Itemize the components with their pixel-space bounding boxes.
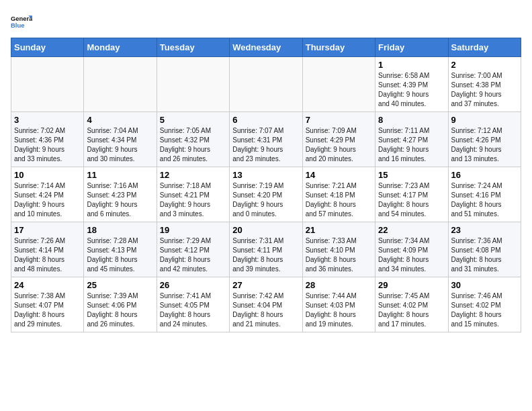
day-number: 9 [451, 115, 518, 125]
day-number: 30 [451, 280, 518, 290]
calendar-cell: 1Sunrise: 6:58 AM Sunset: 4:39 PM Daylig… [375, 57, 448, 112]
day-info: Sunrise: 7:41 AM Sunset: 4:05 PM Dayligh… [160, 291, 226, 329]
calendar-cell: 16Sunrise: 7:24 AM Sunset: 4:16 PM Dayli… [448, 167, 521, 222]
calendar-cell: 7Sunrise: 7:09 AM Sunset: 4:29 PM Daylig… [302, 112, 375, 167]
day-number: 28 [306, 280, 372, 290]
day-info: Sunrise: 7:34 AM Sunset: 4:09 PM Dayligh… [378, 236, 445, 274]
day-number: 17 [14, 225, 81, 235]
day-info: Sunrise: 7:26 AM Sunset: 4:14 PM Dayligh… [14, 236, 81, 274]
day-header-wednesday: Wednesday [230, 38, 302, 57]
day-header-saturday: Saturday [448, 38, 521, 57]
day-number: 6 [232, 115, 299, 125]
day-info: Sunrise: 7:31 AM Sunset: 4:11 PM Dayligh… [232, 236, 299, 274]
day-number: 27 [232, 280, 299, 290]
day-header-thursday: Thursday [302, 38, 375, 57]
day-info: Sunrise: 7:39 AM Sunset: 4:06 PM Dayligh… [87, 291, 153, 329]
day-info: Sunrise: 7:11 AM Sunset: 4:27 PM Dayligh… [378, 126, 445, 164]
calendar-cell: 6Sunrise: 7:07 AM Sunset: 4:31 PM Daylig… [230, 112, 302, 167]
day-number: 1 [378, 60, 445, 70]
day-info: Sunrise: 7:04 AM Sunset: 4:34 PM Dayligh… [87, 126, 153, 164]
day-info: Sunrise: 7:36 AM Sunset: 4:08 PM Dayligh… [451, 236, 518, 274]
day-info: Sunrise: 7:16 AM Sunset: 4:23 PM Dayligh… [87, 181, 153, 219]
day-info: Sunrise: 7:19 AM Sunset: 4:20 PM Dayligh… [232, 181, 299, 219]
logo-icon: General Blue [11, 11, 32, 32]
day-number: 13 [232, 170, 299, 180]
day-number: 20 [232, 225, 299, 235]
calendar-cell: 26Sunrise: 7:41 AM Sunset: 4:05 PM Dayli… [157, 277, 229, 332]
calendar-cell: 24Sunrise: 7:38 AM Sunset: 4:07 PM Dayli… [11, 277, 84, 332]
day-info: Sunrise: 7:07 AM Sunset: 4:31 PM Dayligh… [232, 126, 299, 164]
calendar-cell: 20Sunrise: 7:31 AM Sunset: 4:11 PM Dayli… [230, 222, 302, 277]
calendar-cell: 18Sunrise: 7:28 AM Sunset: 4:13 PM Dayli… [84, 222, 157, 277]
day-number: 29 [378, 280, 445, 290]
calendar-cell: 5Sunrise: 7:05 AM Sunset: 4:32 PM Daylig… [157, 112, 229, 167]
day-number: 24 [14, 280, 81, 290]
day-number: 12 [160, 170, 226, 180]
calendar-cell: 14Sunrise: 7:21 AM Sunset: 4:18 PM Dayli… [302, 167, 375, 222]
day-info: Sunrise: 7:33 AM Sunset: 4:10 PM Dayligh… [306, 236, 372, 274]
day-info: Sunrise: 7:38 AM Sunset: 4:07 PM Dayligh… [14, 291, 81, 329]
day-number: 8 [378, 115, 445, 125]
calendar-cell: 22Sunrise: 7:34 AM Sunset: 4:09 PM Dayli… [375, 222, 448, 277]
calendar-cell: 11Sunrise: 7:16 AM Sunset: 4:23 PM Dayli… [84, 167, 157, 222]
day-info: Sunrise: 7:12 AM Sunset: 4:26 PM Dayligh… [451, 126, 518, 164]
day-info: Sunrise: 7:18 AM Sunset: 4:21 PM Dayligh… [160, 181, 226, 219]
calendar-cell: 30Sunrise: 7:46 AM Sunset: 4:02 PM Dayli… [448, 277, 521, 332]
day-header-tuesday: Tuesday [157, 38, 229, 57]
calendar-cell [302, 57, 375, 112]
day-info: Sunrise: 7:21 AM Sunset: 4:18 PM Dayligh… [306, 181, 372, 219]
day-number: 22 [378, 225, 445, 235]
page-header: General Blue [11, 11, 521, 32]
calendar-week-1: 1Sunrise: 6:58 AM Sunset: 4:39 PM Daylig… [11, 57, 521, 112]
calendar-cell: 10Sunrise: 7:14 AM Sunset: 4:24 PM Dayli… [11, 167, 84, 222]
day-number: 26 [160, 280, 226, 290]
calendar-week-5: 24Sunrise: 7:38 AM Sunset: 4:07 PM Dayli… [11, 277, 521, 332]
day-info: Sunrise: 7:46 AM Sunset: 4:02 PM Dayligh… [451, 291, 518, 329]
day-info: Sunrise: 7:45 AM Sunset: 4:02 PM Dayligh… [378, 291, 445, 329]
calendar-cell: 21Sunrise: 7:33 AM Sunset: 4:10 PM Dayli… [302, 222, 375, 277]
day-info: Sunrise: 7:14 AM Sunset: 4:24 PM Dayligh… [14, 181, 81, 219]
day-header-friday: Friday [375, 38, 448, 57]
calendar-header-row: SundayMondayTuesdayWednesdayThursdayFrid… [11, 38, 521, 57]
calendar-cell: 4Sunrise: 7:04 AM Sunset: 4:34 PM Daylig… [84, 112, 157, 167]
day-number: 2 [451, 60, 518, 70]
day-number: 14 [306, 170, 372, 180]
calendar-cell: 29Sunrise: 7:45 AM Sunset: 4:02 PM Dayli… [375, 277, 448, 332]
day-number: 15 [378, 170, 445, 180]
day-info: Sunrise: 7:24 AM Sunset: 4:16 PM Dayligh… [451, 181, 518, 219]
calendar-cell: 2Sunrise: 7:00 AM Sunset: 4:38 PM Daylig… [448, 57, 521, 112]
day-number: 4 [87, 115, 153, 125]
calendar-cell: 3Sunrise: 7:02 AM Sunset: 4:36 PM Daylig… [11, 112, 84, 167]
day-number: 21 [306, 225, 372, 235]
calendar-table: SundayMondayTuesdayWednesdayThursdayFrid… [11, 38, 521, 332]
day-number: 18 [87, 225, 153, 235]
day-header-monday: Monday [84, 38, 157, 57]
day-info: Sunrise: 7:05 AM Sunset: 4:32 PM Dayligh… [160, 126, 226, 164]
day-info: Sunrise: 7:44 AM Sunset: 4:03 PM Dayligh… [306, 291, 372, 329]
calendar-cell [11, 57, 84, 112]
day-header-sunday: Sunday [11, 38, 84, 57]
day-number: 11 [87, 170, 153, 180]
calendar-cell: 25Sunrise: 7:39 AM Sunset: 4:06 PM Dayli… [84, 277, 157, 332]
svg-text:Blue: Blue [11, 21, 24, 29]
calendar-cell: 19Sunrise: 7:29 AM Sunset: 4:12 PM Dayli… [157, 222, 229, 277]
calendar-cell [157, 57, 229, 112]
day-info: Sunrise: 7:29 AM Sunset: 4:12 PM Dayligh… [160, 236, 226, 274]
day-number: 5 [160, 115, 226, 125]
calendar-cell [230, 57, 302, 112]
day-info: Sunrise: 7:02 AM Sunset: 4:36 PM Dayligh… [14, 126, 81, 164]
day-number: 25 [87, 280, 153, 290]
calendar-cell: 28Sunrise: 7:44 AM Sunset: 4:03 PM Dayli… [302, 277, 375, 332]
calendar-cell: 23Sunrise: 7:36 AM Sunset: 4:08 PM Dayli… [448, 222, 521, 277]
day-number: 10 [14, 170, 81, 180]
calendar-cell: 27Sunrise: 7:42 AM Sunset: 4:04 PM Dayli… [230, 277, 302, 332]
day-info: Sunrise: 7:09 AM Sunset: 4:29 PM Dayligh… [306, 126, 372, 164]
day-info: Sunrise: 7:28 AM Sunset: 4:13 PM Dayligh… [87, 236, 153, 274]
calendar-cell: 15Sunrise: 7:23 AM Sunset: 4:17 PM Dayli… [375, 167, 448, 222]
calendar-cell: 8Sunrise: 7:11 AM Sunset: 4:27 PM Daylig… [375, 112, 448, 167]
calendar-week-4: 17Sunrise: 7:26 AM Sunset: 4:14 PM Dayli… [11, 222, 521, 277]
day-info: Sunrise: 7:42 AM Sunset: 4:04 PM Dayligh… [232, 291, 299, 329]
day-number: 23 [451, 225, 518, 235]
day-info: Sunrise: 7:23 AM Sunset: 4:17 PM Dayligh… [378, 181, 445, 219]
calendar-cell: 13Sunrise: 7:19 AM Sunset: 4:20 PM Dayli… [230, 167, 302, 222]
